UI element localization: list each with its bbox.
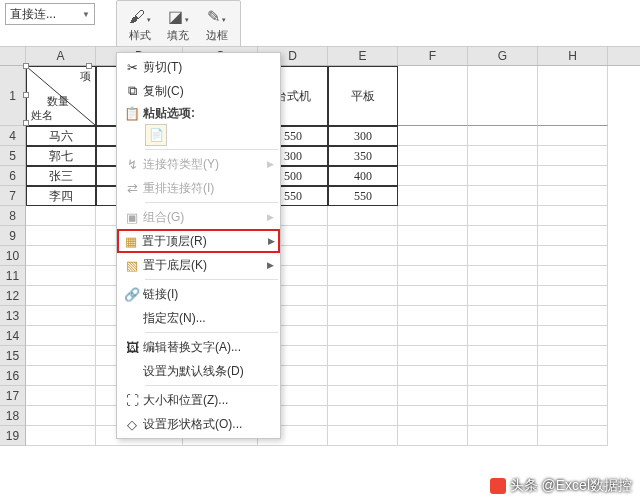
table-row: 8: [0, 206, 640, 226]
dropdown-icon: ▼: [82, 10, 90, 19]
connector-icon: ↯: [121, 157, 143, 172]
scissors-icon: ✂: [121, 60, 143, 75]
menu-assign-macro[interactable]: 指定宏(N)...: [117, 306, 280, 330]
col-header-F[interactable]: F: [398, 47, 468, 65]
menu-connector-type: ↯ 连接符类型(Y) ▶: [117, 152, 280, 176]
link-icon: 🔗: [121, 287, 143, 302]
shape-outline-button[interactable]: ✎▾ 边框: [206, 7, 228, 43]
mini-toolbar: 🖌▾ 样式 ◪▾ 填充 ✎▾ 边框: [116, 0, 241, 50]
clipboard-icon: 📋: [121, 106, 143, 121]
menu-group: ▣ 组合(G) ▶: [117, 205, 280, 229]
row-header[interactable]: 19: [0, 426, 26, 446]
row-header[interactable]: 13: [0, 306, 26, 326]
row-header[interactable]: 7: [0, 186, 26, 206]
spreadsheet-grid[interactable]: A B C D E F G H 1 项 姓名 数量 手机 签记本 台式机 平板: [0, 46, 640, 503]
col-header-E[interactable]: E: [328, 47, 398, 65]
row-header[interactable]: 9: [0, 226, 26, 246]
watermark: 头条 @Excel数据控: [490, 477, 632, 495]
table-row: 1 项 姓名 数量 手机 签记本 台式机 平板: [0, 66, 640, 86]
row-header[interactable]: 4: [0, 126, 26, 146]
col-header-H[interactable]: H: [538, 47, 608, 65]
toutiao-logo-icon: [490, 478, 506, 494]
row-header[interactable]: 16: [0, 366, 26, 386]
table-row: 12: [0, 286, 640, 306]
column-headers: A B C D E F G H: [0, 46, 640, 66]
format-shape-icon: ◇: [121, 417, 143, 432]
row-header[interactable]: 17: [0, 386, 26, 406]
table-row: 10: [0, 246, 640, 266]
group-icon: ▣: [121, 210, 143, 225]
header-tablet-cell[interactable]: 平板: [328, 66, 398, 126]
row-header[interactable]: 15: [0, 346, 26, 366]
menu-send-to-back[interactable]: ▧ 置于底层(K) ▶: [117, 253, 280, 277]
menu-paste-options-label: 📋 粘贴选项:: [117, 103, 280, 123]
submenu-arrow-icon: ▶: [267, 159, 274, 169]
table-row: 14: [0, 326, 640, 346]
menu-separator: [145, 385, 278, 386]
row-header[interactable]: 11: [0, 266, 26, 286]
reroute-icon: ⇄: [121, 181, 143, 196]
paint-brush-icon: 🖌▾: [129, 8, 151, 26]
submenu-arrow-icon: ▶: [267, 260, 274, 270]
row-header[interactable]: 6: [0, 166, 26, 186]
table-row: 9: [0, 226, 640, 246]
row-header[interactable]: 5: [0, 146, 26, 166]
row-header[interactable]: 18: [0, 406, 26, 426]
menu-separator: [145, 332, 278, 333]
bring-front-icon: ▦: [120, 234, 142, 249]
outline-pen-icon: ✎▾: [207, 7, 226, 26]
menu-copy[interactable]: ⧉ 复制(C): [117, 79, 280, 103]
table-row: 18: [0, 406, 640, 426]
submenu-arrow-icon: ▶: [268, 236, 275, 246]
row-header[interactable]: 8: [0, 206, 26, 226]
diagonal-header-cell[interactable]: 项 姓名 数量: [26, 66, 96, 126]
menu-separator: [145, 149, 278, 150]
menu-reroute-connectors: ⇄ 重排连接符(I): [117, 176, 280, 200]
menu-bring-to-front[interactable]: ▦ 置于顶层(R) ▶: [117, 229, 280, 253]
header-proj-partial: 项: [80, 69, 91, 84]
menu-separator: [145, 202, 278, 203]
submenu-arrow-icon: ▶: [267, 212, 274, 222]
table-row: 4 马六 550 300: [0, 126, 640, 146]
col-header-A[interactable]: A: [26, 47, 96, 65]
menu-paste-option[interactable]: 📄: [117, 123, 280, 147]
table-row: 15: [0, 346, 640, 366]
shape-fill-button[interactable]: ◪▾ 填充: [167, 7, 189, 43]
table-row: 16: [0, 366, 640, 386]
header-name-label: 姓名: [31, 108, 53, 123]
menu-size-position[interactable]: ⛶ 大小和位置(Z)...: [117, 388, 280, 412]
name-box-text: 直接连...: [10, 6, 56, 23]
table-row: 11: [0, 266, 640, 286]
menu-set-default-line[interactable]: 设置为默认线条(D): [117, 359, 280, 383]
paste-keep-source-icon: 📄: [145, 124, 167, 146]
fill-bucket-icon: ◪▾: [168, 7, 189, 26]
row-header[interactable]: 12: [0, 286, 26, 306]
menu-separator: [145, 279, 278, 280]
menu-format-shape[interactable]: ◇ 设置形状格式(O)...: [117, 412, 280, 436]
table-row: 17: [0, 386, 640, 406]
table-row: 19: [0, 426, 640, 446]
send-back-icon: ▧: [121, 258, 143, 273]
copy-icon: ⧉: [121, 83, 143, 99]
row-header[interactable]: 10: [0, 246, 26, 266]
table-row: 5 郭七 300 350: [0, 146, 640, 166]
select-all-corner[interactable]: [0, 47, 26, 65]
row-header-1[interactable]: 1: [0, 66, 26, 126]
name-box[interactable]: 直接连... ▼: [5, 3, 95, 25]
row-header[interactable]: 14: [0, 326, 26, 346]
menu-cut[interactable]: ✂ 剪切(T): [117, 55, 280, 79]
table-row: 7 李四 550 550: [0, 186, 640, 206]
image-icon: 🖼: [121, 340, 143, 355]
table-row: 13: [0, 306, 640, 326]
col-header-G[interactable]: G: [468, 47, 538, 65]
context-menu: ✂ 剪切(T) ⧉ 复制(C) 📋 粘贴选项: 📄 ↯ 连接符类型(Y) ▶ ⇄…: [116, 52, 281, 439]
grid-rows: 1 项 姓名 数量 手机 签记本 台式机 平板: [0, 66, 640, 446]
shape-style-button[interactable]: 🖌▾ 样式: [129, 8, 151, 43]
menu-hyperlink[interactable]: 🔗 链接(I): [117, 282, 280, 306]
menu-edit-alt-text[interactable]: 🖼 编辑替换文字(A)...: [117, 335, 280, 359]
table-row: 6 张三 500 400: [0, 166, 640, 186]
size-icon: ⛶: [121, 393, 143, 408]
